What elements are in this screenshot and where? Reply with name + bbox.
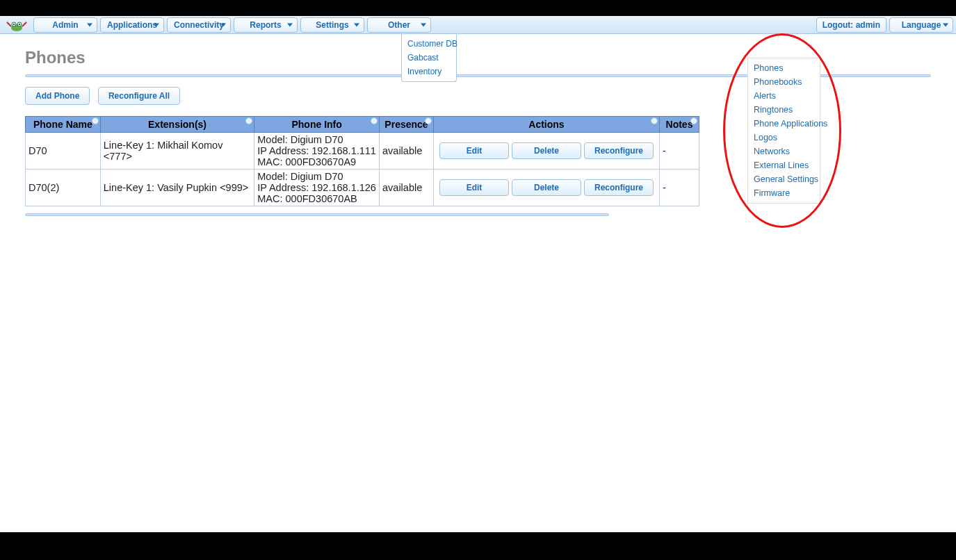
chevron-down-icon [287,23,293,26]
sort-icon [651,117,658,124]
col-label: Actions [528,119,564,130]
cell-extensions: Line-Key 1: Mikhail Komov <777> [100,133,254,170]
side-item-alerts[interactable]: Alerts [748,89,820,103]
reconfigure-all-button[interactable]: Reconfigure All [98,87,180,105]
reconfigure-button[interactable]: Reconfigure [584,142,654,159]
delete-button[interactable]: Delete [512,142,581,159]
side-item-logos[interactable]: Logos [748,131,820,145]
table-row: D70(2)Line-Key 1: Vasily Pupkin <999>Mod… [26,170,699,206]
col-label: Extension(s) [148,119,206,130]
cell-actions: EditDeleteReconfigure [434,170,660,206]
side-item-ringtones[interactable]: Ringtones [748,103,820,117]
phones-table: Phone Name Extension(s) Phone Info Prese… [25,116,699,206]
side-item-networks[interactable]: Networks [748,145,820,158]
chevron-down-icon [421,23,426,26]
col-presence[interactable]: Presence [380,117,434,133]
nav-settings[interactable]: Settings [300,17,364,33]
col-actions[interactable]: Actions [434,117,660,133]
col-label: Presence [384,119,428,130]
cell-phone-name: D70 [26,133,101,170]
side-item-firmware[interactable]: Firmware [748,186,820,200]
sort-icon [371,117,378,124]
nav-label: Admin [52,20,78,30]
col-label: Notes [666,119,693,130]
chevron-down-icon [154,23,159,26]
chevron-down-icon [943,23,948,26]
divider [25,213,609,216]
nav-label: Language [902,20,941,30]
add-phone-button[interactable]: Add Phone [25,87,90,105]
nav-label: Logout: admin [823,20,880,30]
col-label: Phone Info [291,119,341,130]
nav-connectivity[interactable]: Connectivity [167,17,231,33]
chevron-down-icon [354,23,359,26]
nav-language[interactable]: Language [889,17,953,33]
side-item-phone-applications[interactable]: Phone Applications [748,117,820,131]
reconfigure-button[interactable]: Reconfigure [584,179,654,196]
nav-label: Connectivity [174,20,224,30]
cell-phone-name: D70(2) [26,170,101,206]
side-item-phones[interactable]: Phones [748,61,820,75]
cell-phone-info: Model: Digium D70 IP Address: 192.168.1.… [254,170,380,206]
side-panel: Phones Phonebooks Alerts Ringtones Phone… [747,58,820,204]
cell-presence: available [380,170,434,206]
side-item-phonebooks[interactable]: Phonebooks [748,75,820,89]
nav-applications[interactable]: Applications [100,17,164,33]
chevron-down-icon [87,23,92,26]
col-label: Phone Name [33,119,92,130]
col-phone-info[interactable]: Phone Info [254,117,380,133]
nav-logout[interactable]: Logout: admin [816,17,886,33]
app-logo [3,17,31,33]
cell-phone-info: Model: Digium D70 IP Address: 192.168.1.… [254,133,380,170]
col-phone-name[interactable]: Phone Name [26,117,101,133]
nav-admin[interactable]: Admin [33,17,97,33]
edit-button[interactable]: Edit [439,179,509,196]
cell-actions: EditDeleteReconfigure [434,133,660,170]
side-item-external-lines[interactable]: External Lines [748,158,820,172]
nav-reports[interactable]: Reports [234,17,298,33]
nav-label: Applications [107,20,157,30]
chevron-down-icon [220,23,226,26]
dropdown-other: Customer DB Gabcast Inventory [401,34,457,82]
sort-icon [690,117,697,124]
edit-button[interactable]: Edit [439,142,509,159]
nav-label: Reports [250,20,281,30]
sort-icon [92,117,99,124]
col-notes[interactable]: Notes [659,117,699,133]
svg-point-4 [19,24,20,25]
nav-other[interactable]: Other [367,17,431,33]
svg-point-3 [13,24,15,25]
col-extensions[interactable]: Extension(s) [100,117,254,133]
sort-icon [245,117,252,124]
dropdown-item-inventory[interactable]: Inventory [402,65,456,79]
cell-notes: - [659,133,699,170]
cell-extensions: Line-Key 1: Vasily Pupkin <999> [100,170,254,206]
dropdown-item-gabcast[interactable]: Gabcast [402,51,456,65]
cell-notes: - [659,170,699,206]
dropdown-item-customer-db[interactable]: Customer DB [402,37,456,51]
sort-icon [425,117,432,124]
top-navbar: Admin Applications Connectivity Reports … [0,16,956,34]
nav-label: Settings [316,20,348,30]
table-row: D70Line-Key 1: Mikhail Komov <777>Model:… [26,133,699,170]
nav-label: Other [388,20,410,30]
side-item-general-settings[interactable]: General Settings [748,172,820,186]
delete-button[interactable]: Delete [512,179,581,196]
cell-presence: available [380,133,434,170]
